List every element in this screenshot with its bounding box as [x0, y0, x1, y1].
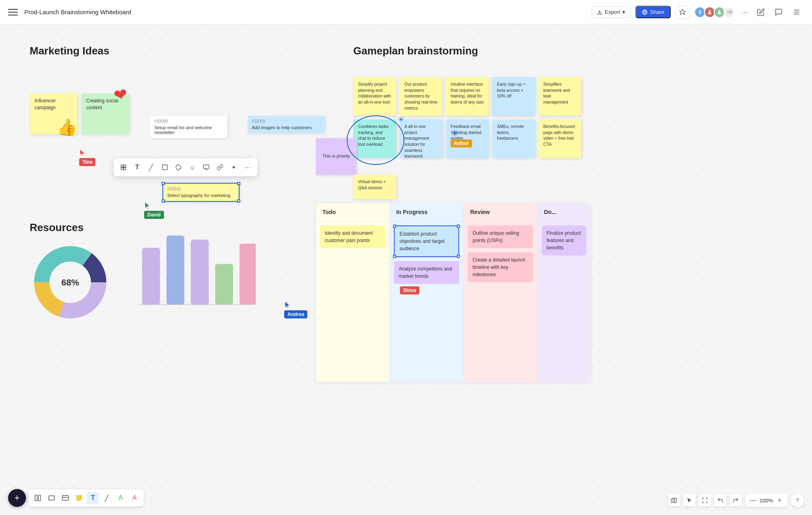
sticky-social-content[interactable]: Creating social content [81, 93, 129, 134]
gp-sticky-9[interactable]: SMEs, remote teams, freelancers [492, 119, 535, 158]
andrea-cursor-group: Andrea [284, 301, 292, 309]
export-button[interactable]: Export ▾ [592, 6, 631, 18]
share-button[interactable]: Share [635, 6, 671, 18]
text-tool-bottom[interactable]: T [87, 492, 99, 504]
kanban-card-review-1[interactable]: Outline unique selling points (USPs) [468, 225, 533, 248]
highlight-tool[interactable]: A [114, 492, 127, 504]
topbar: Prod-Launch Brainstorming Whiteboard Exp… [0, 0, 812, 24]
more-options-button[interactable]: ⋯ [740, 8, 750, 17]
text-tool[interactable]: T [131, 161, 144, 174]
gp-sticky-1[interactable]: Simplify project planning and collaborat… [353, 77, 396, 116]
svg-rect-11 [124, 168, 126, 170]
menu-button[interactable] [6, 6, 19, 19]
canvas[interactable]: Marketing Ideas Influencer campaign Crea… [0, 24, 812, 515]
svg-rect-22 [63, 496, 69, 500]
task-card-10009[interactable]: #10009 Add images to help customers [248, 116, 325, 133]
donut-chart: 68% [30, 242, 111, 323]
kanban-card-inprogress-1[interactable]: Establish product objectives and target … [394, 225, 459, 257]
kanban-card-todo-1[interactable]: Identify and document customer pain poin… [320, 225, 385, 248]
bar-2 [166, 236, 184, 305]
kanban-review-header: Review [464, 203, 537, 221]
gp-sticky-3[interactable]: Intuitive interface that requires no tra… [446, 77, 489, 116]
gp-sticky-7[interactable]: A all-in-one project management solution… [400, 119, 443, 158]
edit-icon[interactable] [755, 6, 767, 18]
settings-icon[interactable] [791, 6, 802, 18]
resize-handle[interactable] [393, 255, 396, 258]
svg-rect-10 [121, 168, 123, 170]
zoom-in-button[interactable]: + [775, 496, 784, 505]
resize-handle[interactable] [457, 225, 460, 228]
add-button[interactable]: + ✦ [8, 489, 26, 507]
tina-cursor-arrow [79, 148, 86, 157]
kanban-card-review-2[interactable]: Create a detailed launch timeline with k… [468, 252, 533, 282]
kanban-col-todo: Todo Identify and document customer pain… [316, 203, 390, 382]
frame-tool[interactable] [158, 161, 171, 174]
line-tool[interactable]: ╱ [145, 161, 158, 174]
kanban-card-inprogress-2[interactable]: Analyze competitors and market trends [394, 261, 459, 284]
panel-tool[interactable] [32, 492, 44, 504]
resize-handle[interactable] [162, 182, 165, 185]
rectangle-tool[interactable] [45, 492, 58, 504]
donut-percent-text: 68% [61, 277, 79, 288]
sparkle-tool[interactable]: ✦ [227, 161, 240, 174]
undo-button[interactable] [714, 494, 726, 506]
redo-button[interactable] [730, 494, 742, 506]
bar-1 [142, 248, 160, 305]
color-tool[interactable] [172, 161, 185, 174]
line-tool-bottom[interactable]: ╱ [101, 492, 113, 504]
bar-chart [130, 223, 256, 317]
embed-tool[interactable] [200, 161, 213, 174]
export-icon [597, 9, 603, 15]
task-id: #10008 [154, 119, 223, 123]
svg-rect-8 [121, 165, 123, 167]
task-card-10008[interactable]: #10008 Setup email list and welcome news… [150, 116, 227, 138]
zoom-control: — 100% + [745, 494, 788, 507]
link-tool[interactable] [214, 161, 227, 174]
gp-sticky-8[interactable]: Feedback email + getting started guides [446, 119, 489, 158]
priority-sticky[interactable]: This is priority [316, 138, 356, 175]
resize-handle[interactable] [393, 225, 396, 228]
fit-view-button[interactable] [699, 494, 711, 506]
help-button[interactable]: ? [791, 494, 804, 507]
task-card-10010[interactable]: #10010 Select typography for marketing [162, 183, 240, 202]
topbar-right-actions [755, 6, 806, 18]
zoom-level: 100% [760, 498, 773, 504]
card-tool[interactable] [59, 492, 71, 504]
cursor-button[interactable] [683, 494, 695, 506]
svg-point-3 [709, 10, 711, 12]
map-button[interactable] [668, 494, 680, 506]
resize-handle[interactable] [237, 199, 240, 203]
user-icon [707, 9, 713, 15]
gp-sticky-10[interactable]: Benefits-focused page with demo video + … [538, 119, 581, 158]
ai-button[interactable] [676, 5, 689, 19]
bar-3 [191, 240, 209, 305]
svg-point-4 [719, 10, 721, 12]
svg-rect-13 [203, 165, 209, 169]
more-tools[interactable]: ⋯ [241, 161, 254, 174]
kanban-card-done-1[interactable]: Finalize product features and benefits [542, 225, 586, 255]
color-text-tool[interactable]: A [128, 492, 140, 504]
floating-toolbar: T ╱ ☺ ✦ ⋯ [114, 158, 257, 176]
comment-icon[interactable] [773, 6, 784, 18]
transform-tool[interactable] [117, 161, 130, 174]
gp-sticky-4[interactable]: Early sign-up = beta access + 10% off [492, 77, 535, 116]
virtual-demo-sticky[interactable]: Virtual demo + Q&A session [353, 175, 396, 199]
kanban-todo-header: Todo [316, 203, 389, 221]
resize-handle[interactable] [457, 255, 460, 258]
share-icon [642, 9, 648, 15]
emoji-tool[interactable]: ☺ [186, 161, 199, 174]
sticky-influencer[interactable]: Influencer campaign [30, 93, 78, 134]
resize-handle[interactable] [162, 199, 165, 203]
svg-rect-20 [39, 495, 41, 501]
kanban-col-review: Review Outline unique selling points (US… [464, 203, 538, 382]
svg-rect-21 [49, 496, 54, 500]
gp-sticky-2[interactable]: Our product empowers customers by showin… [400, 77, 443, 116]
gp-sticky-5[interactable]: Simplifies teamwork and task management [538, 77, 581, 116]
gp-sticky-6[interactable]: Combines tasks, tracking, and chat to re… [353, 119, 396, 158]
kanban-col-done: Do... Finalize product features and bene… [538, 203, 590, 382]
kanban-board: Todo Identify and document customer pain… [316, 203, 590, 382]
sticky-tool[interactable] [73, 492, 85, 504]
zoom-out-button[interactable]: — [748, 496, 758, 505]
andrea-cursor-arrow [284, 301, 292, 309]
resize-handle[interactable] [237, 182, 240, 185]
